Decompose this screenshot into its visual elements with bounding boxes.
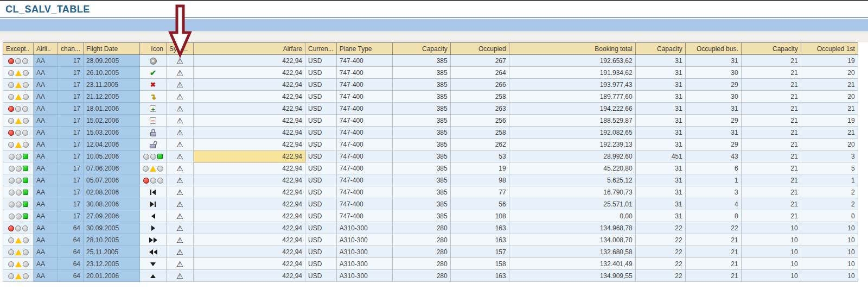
cell-occupied_first[interactable]: 21 (801, 79, 858, 91)
cell-occupied_first[interactable]: 20 (801, 91, 858, 103)
cell-occupied_bus[interactable]: 29 (685, 139, 741, 150)
cell-capacity_eco[interactable]: 280 (392, 270, 450, 282)
cell-capacity_eco[interactable]: 385 (392, 79, 450, 91)
cell-currency[interactable]: USD (305, 67, 337, 79)
cell-currency[interactable]: USD (305, 91, 337, 103)
cell-plane_type[interactable]: A310-300 (336, 270, 392, 282)
cell-capacity_eco[interactable]: 280 (392, 258, 450, 270)
cell-flight_date[interactable]: 15.03.2006 (84, 127, 140, 139)
cell-occupied_first[interactable]: 10 (801, 258, 858, 270)
cell-occupied_eco[interactable]: 53 (450, 150, 509, 162)
cell-capacity_first[interactable]: 21 (741, 139, 801, 150)
cell-icon[interactable] (140, 258, 167, 270)
cell-airfare[interactable]: 422,94 (194, 150, 305, 162)
column-header-capacity_first-14[interactable]: Capacity (741, 43, 801, 55)
cell-conn[interactable]: 17 (58, 174, 84, 186)
column-header-capacity_bus-12[interactable]: Capacity (635, 43, 685, 55)
column-header-occupied_eco-10[interactable]: Occupied (450, 43, 509, 55)
cell-conn[interactable]: 17 (58, 162, 84, 174)
cell-icon[interactable]: ↴ (140, 91, 167, 103)
cell-icon[interactable]: − (140, 115, 167, 127)
cell-plane_type[interactable]: 747-400 (336, 103, 392, 115)
cell-occupied_eco[interactable]: 163 (450, 234, 509, 246)
cell-airline[interactable]: AA (34, 115, 58, 127)
cell-occupied_bus[interactable]: 1 (685, 174, 741, 186)
cell-conn[interactable]: 64 (58, 270, 84, 282)
cell-airline[interactable]: AA (34, 198, 58, 210)
cell-capacity_first[interactable]: 21 (741, 115, 801, 127)
cell-exception[interactable] (3, 55, 34, 67)
cell-occupied_eco[interactable]: 258 (450, 127, 509, 139)
cell-capacity_eco[interactable]: 280 (392, 246, 450, 258)
cell-capacity_eco[interactable]: 385 (392, 91, 450, 103)
cell-exception[interactable] (3, 210, 34, 222)
cell-occupied_bus[interactable]: 21 (685, 234, 741, 246)
cell-occupied_eco[interactable]: 158 (450, 258, 509, 270)
cell-flight_date[interactable]: 05.07.2006 (84, 174, 140, 186)
cell-airline[interactable]: AA (34, 174, 58, 186)
cell-airline[interactable]: AA (34, 258, 58, 270)
cell-capacity_eco[interactable]: 385 (392, 210, 450, 222)
cell-occupied_first[interactable]: 21 (801, 127, 858, 139)
cell-icon[interactable] (140, 270, 167, 282)
cell-flight_date[interactable]: 26.10.2005 (84, 67, 140, 79)
cell-occupied_eco[interactable]: 258 (450, 91, 509, 103)
cell-occupied_bus[interactable]: 43 (685, 150, 741, 162)
cell-occupied_first[interactable]: 20 (801, 139, 858, 150)
cell-airline[interactable]: AA (34, 234, 58, 246)
cell-currency[interactable]: USD (305, 127, 337, 139)
cell-capacity_eco[interactable]: 385 (392, 55, 450, 67)
cell-airfare[interactable]: 422,94 (194, 55, 305, 67)
cell-airline[interactable]: AA (34, 67, 58, 79)
cell-occupied_bus[interactable]: 30 (685, 67, 741, 79)
cell-icon[interactable] (140, 127, 167, 139)
cell-flight_date[interactable]: 12.04.2006 (84, 139, 140, 150)
cell-plane_type[interactable]: A310-300 (336, 246, 392, 258)
cell-symbol[interactable]: ⚠ (167, 91, 194, 103)
cell-currency[interactable]: USD (305, 55, 337, 67)
cell-exception[interactable] (3, 270, 34, 282)
cell-occupied_eco[interactable]: 266 (450, 79, 509, 91)
cell-plane_type[interactable]: 747-400 (336, 210, 392, 222)
cell-conn[interactable]: 17 (58, 198, 84, 210)
cell-capacity_eco[interactable]: 385 (392, 67, 450, 79)
cell-occupied_eco[interactable]: 77 (450, 186, 509, 198)
cell-icon[interactable] (140, 150, 167, 162)
cell-exception[interactable] (3, 127, 34, 139)
cell-occupied_bus[interactable]: 31 (685, 55, 741, 67)
cell-currency[interactable]: USD (305, 79, 337, 91)
cell-capacity_bus[interactable]: 31 (635, 55, 685, 67)
cell-capacity_bus[interactable]: 31 (635, 174, 685, 186)
cell-conn[interactable]: 64 (58, 246, 84, 258)
cell-flight_date[interactable]: 23.12.2005 (84, 258, 140, 270)
cell-icon[interactable] (140, 139, 167, 150)
column-header-airfare-6[interactable]: Airfare (194, 43, 305, 55)
cell-occupied_first[interactable]: 20 (801, 67, 858, 79)
cell-occupied_bus[interactable]: 21 (685, 258, 741, 270)
cell-icon[interactable] (140, 198, 167, 210)
cell-icon[interactable] (140, 222, 167, 234)
cell-booking_total[interactable]: 134.008,70 (509, 234, 635, 246)
cell-flight_date[interactable]: 15.02.2006 (84, 115, 140, 127)
cell-occupied_eco[interactable]: 262 (450, 139, 509, 150)
cell-conn[interactable]: 17 (58, 79, 84, 91)
cell-capacity_first[interactable]: 21 (741, 210, 801, 222)
cell-booking_total[interactable]: 132.401,49 (509, 258, 635, 270)
cell-occupied_bus[interactable]: 31 (685, 103, 741, 115)
cell-capacity_eco[interactable]: 385 (392, 150, 450, 162)
cell-airline[interactable]: AA (34, 270, 58, 282)
cell-exception[interactable] (3, 91, 34, 103)
cell-flight_date[interactable]: 02.08.2006 (84, 186, 140, 198)
cell-capacity_first[interactable]: 21 (741, 198, 801, 210)
cell-booking_total[interactable]: 188.529,87 (509, 115, 635, 127)
cell-exception[interactable] (3, 67, 34, 79)
cell-capacity_first[interactable]: 21 (741, 91, 801, 103)
cell-occupied_first[interactable]: 0 (801, 210, 858, 222)
cell-airline[interactable]: AA (34, 150, 58, 162)
cell-capacity_eco[interactable]: 385 (392, 186, 450, 198)
cell-booking_total[interactable]: 132.680,58 (509, 246, 635, 258)
cell-flight_date[interactable]: 28.09.2005 (84, 55, 140, 67)
cell-symbol[interactable]: ⚠ (167, 162, 194, 174)
cell-plane_type[interactable]: 747-400 (336, 79, 392, 91)
cell-symbol[interactable]: ⚠ (167, 198, 194, 210)
